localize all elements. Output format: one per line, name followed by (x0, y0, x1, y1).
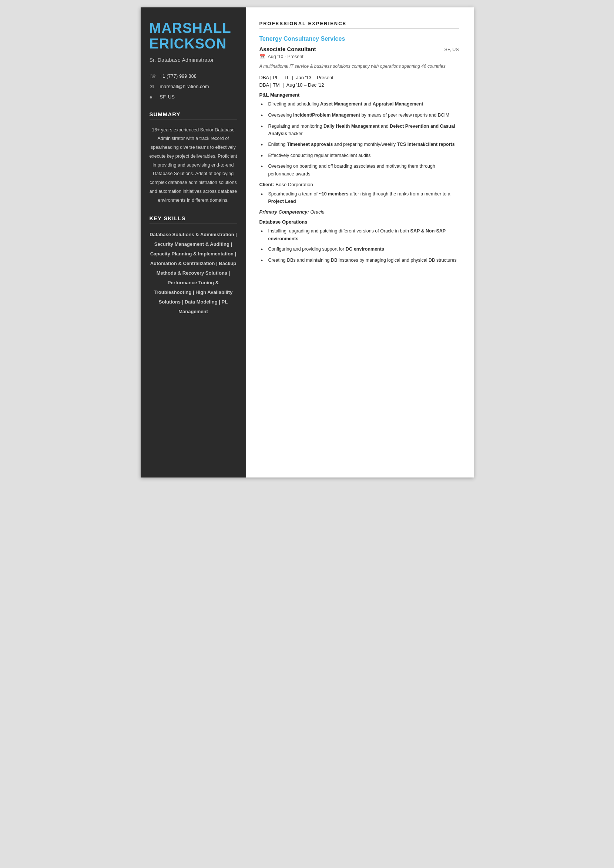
db-bullet-list: • Installing, upgrading and patching dif… (259, 227, 459, 265)
primary-competency-label: Primary Competency: (259, 209, 309, 215)
db-bullet-2: • Configuring and providing support for … (259, 245, 459, 254)
resume-container: MARSHALL ERICKSON Sr. Database Administr… (141, 8, 474, 477)
role2-label: DBA | TM (259, 82, 280, 88)
name-line2: ERICKSON (149, 36, 227, 51)
pl-bullet-4-text: Enlisting Timesheet approvals and prepar… (268, 141, 455, 149)
bullet-dot: • (261, 191, 266, 198)
bullet-dot: • (261, 152, 266, 160)
dates-text: Aug '10 - Present (268, 54, 304, 59)
bullet-dot: • (261, 257, 266, 265)
pl-bullet-4: • Enlisting Timesheet approvals and prep… (259, 141, 459, 149)
skills-divider (149, 223, 237, 224)
contact-email: ✉ marshall@hiration.com (149, 84, 237, 90)
job-title: Associate Consultant (259, 46, 316, 52)
role1-line: DBA | PL – TL | Jan '13 – Present (259, 75, 459, 80)
db-operations-title: Database Operations (259, 219, 459, 225)
company-description: A multinational IT service & business so… (259, 63, 459, 70)
pl-bullet-2-text: Overseeing Incident/Problem Management b… (268, 112, 450, 119)
pl-bullet-1-text: Directing and scheduling Asset Managemen… (268, 100, 423, 108)
db-bullet-1-text: Installing, upgrading and patching diffe… (268, 227, 459, 242)
sidebar: MARSHALL ERICKSON Sr. Database Administr… (141, 8, 246, 477)
primary-competency-line: Primary Competency: Oracle (259, 209, 459, 215)
bullet-dot: • (261, 228, 266, 236)
summary-divider (149, 119, 237, 120)
email-icon: ✉ (149, 84, 156, 90)
phone-icon: ☏ (149, 73, 156, 79)
db-bullet-3: • Creating DBs and maintaining DB instan… (259, 257, 459, 265)
summary-section-title: SUMMARY (149, 111, 237, 117)
pl-bullet-3-text: Regulating and monitoring Daily Health M… (268, 122, 459, 138)
pl-management-title: P&L Management (259, 92, 459, 98)
contact-location: ● SF, US (149, 94, 237, 100)
client-bullet-1: • Spearheading a team of ~10 members aft… (259, 190, 459, 205)
pl-bullet-3: • Regulating and monitoring Daily Health… (259, 122, 459, 138)
role2-dates: Aug '10 – Dec '12 (287, 82, 324, 88)
pl-bullet-list: • Directing and scheduling Asset Managem… (259, 100, 459, 178)
calendar-icon: 📅 (259, 54, 265, 59)
phone-number: +1 (777) 999 888 (160, 73, 197, 79)
client-line: Client: Bose Corporation (259, 182, 459, 187)
job-header: Associate Consultant SF, US (259, 46, 459, 52)
db-bullet-1: • Installing, upgrading and patching dif… (259, 227, 459, 242)
primary-competency-value: Oracle (310, 209, 324, 215)
pl-bullet-2: • Overseeing Incident/Problem Management… (259, 112, 459, 119)
email-address: marshall@hiration.com (160, 84, 209, 89)
skills-text: Database Solutions & Administration | Se… (149, 230, 237, 316)
skills-section-title: KEY SKILLS (149, 215, 237, 222)
main-content: PROFESSIONAL EXPERIENCE Tenergy Consulta… (246, 8, 474, 477)
job-dates: 📅 Aug '10 - Present (259, 54, 459, 59)
client-bullet-list: • Spearheading a team of ~10 members aft… (259, 190, 459, 205)
bullet-dot: • (261, 112, 266, 119)
pl-bullet-5-text: Effectively conducting regular internal/… (268, 152, 371, 160)
db-bullet-3-text: Creating DBs and maintaining DB instance… (268, 257, 457, 264)
role1-dates: Jan '13 – Present (296, 75, 333, 80)
candidate-name: MARSHALL ERICKSON (149, 21, 237, 52)
pl-bullet-6-text: Overseeing on boarding and off boarding … (268, 163, 459, 178)
experience-divider (259, 28, 459, 29)
bullet-dot: • (261, 141, 266, 149)
bullet-dot: • (261, 246, 266, 254)
bullet-dot: • (261, 123, 266, 131)
bullet-dot: • (261, 163, 266, 170)
pl-bullet-6: • Overseeing on boarding and off boardin… (259, 163, 459, 178)
experience-section-title: PROFESSIONAL EXPERIENCE (259, 21, 459, 26)
contact-list: ☏ +1 (777) 999 888 ✉ marshall@hiration.c… (149, 73, 237, 100)
client-name: Bose Corporation (276, 182, 313, 187)
candidate-title: Sr. Database Administrator (149, 57, 237, 63)
db-bullet-2-text: Configuring and providing support for DG… (268, 245, 384, 253)
summary-text: 16+ years experienced Senior Database Ad… (149, 126, 237, 205)
client-label: Client: (259, 182, 274, 187)
client-bullet-1-text: Spearheading a team of ~10 members after… (268, 190, 459, 205)
role2-line: DBA | TM | Aug '10 – Dec '12 (259, 82, 459, 88)
location-icon: ● (149, 94, 156, 100)
location-text: SF, US (160, 94, 175, 99)
pl-bullet-5: • Effectively conducting regular interna… (259, 152, 459, 160)
pl-bullet-1: • Directing and scheduling Asset Managem… (259, 100, 459, 108)
role1-label: DBA | PL – TL (259, 75, 290, 80)
job-location: SF, US (445, 47, 459, 52)
name-line1: MARSHALL (149, 20, 231, 36)
bullet-dot: • (261, 101, 266, 108)
contact-phone: ☏ +1 (777) 999 888 (149, 73, 237, 79)
company-name: Tenergy Consultancy Services (259, 36, 459, 42)
